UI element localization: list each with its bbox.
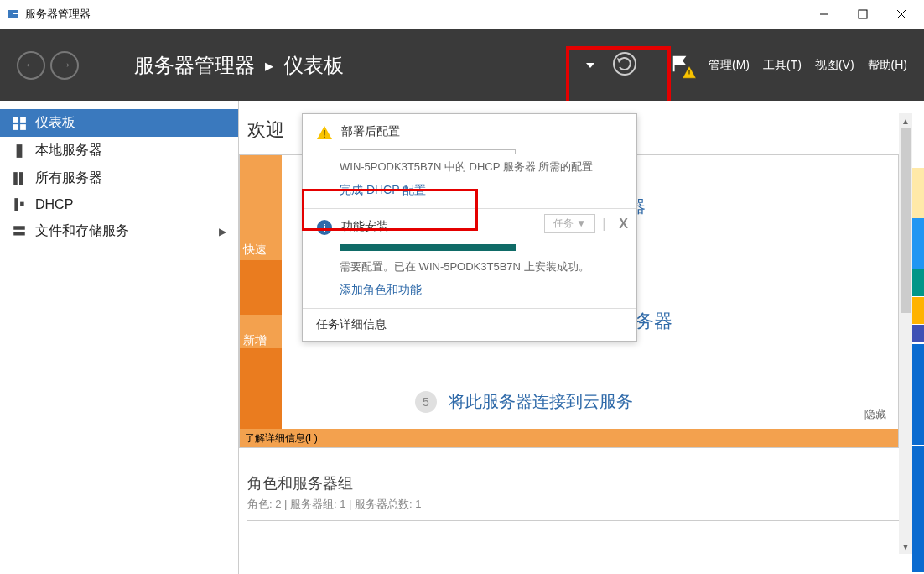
servers-icon: [12, 171, 27, 186]
desktop-tile: [912, 218, 924, 269]
notification-item-1: ! 部署后配置 WIN-5PODK3T5B7N 中的 DHCP 服务器 所需的配…: [303, 114, 636, 209]
learn-more-link[interactable]: 了解详细信息(L): [240, 430, 323, 447]
roles-section: 角色和服务器组 角色: 2 | 服务器组: 1 | 服务器总数: 1: [239, 473, 924, 521]
storage-icon: [12, 224, 27, 239]
svg-rect-0: [8, 10, 13, 18]
notification-title: 功能安装: [341, 219, 388, 234]
quick-label: 快速: [243, 243, 267, 258]
svg-rect-20: [20, 202, 24, 206]
svg-marker-7: [586, 63, 594, 68]
breadcrumb: 服务器管理器 ▸ 仪表板: [134, 52, 344, 79]
window-titlebar: 服务器管理器: [0, 0, 924, 29]
vertical-scrollbar[interactable]: ▲ ▼: [899, 113, 912, 554]
svg-rect-19: [14, 198, 18, 211]
close-notification-button[interactable]: X: [619, 217, 628, 232]
sidebar-item-all-servers[interactable]: 所有服务器: [0, 164, 238, 192]
sidebar-item-local-server[interactable]: 本地服务器: [0, 137, 238, 164]
chevron-right-icon: ▶: [219, 226, 226, 237]
info-icon: i: [316, 219, 333, 239]
divider: [651, 53, 651, 78]
desktop-tile: [912, 325, 924, 342]
sidebar-item-label: 本地服务器: [35, 142, 102, 159]
new-label: 新增: [243, 333, 267, 348]
desktop-tile: [912, 269, 924, 296]
nav-back-button[interactable]: ←: [17, 51, 45, 80]
window-title: 服务器管理器: [25, 7, 91, 22]
sidebar-item-label: DHCP: [35, 197, 73, 212]
menu-manage[interactable]: 管理(M): [709, 58, 750, 73]
header-bar: ← → 服务器管理器 ▸ 仪表板 ! 管理(M) 工具(T) 视图(V) 帮助(…: [0, 29, 924, 101]
breadcrumb-root[interactable]: 服务器管理器: [134, 52, 255, 79]
sidebar-item-dashboard[interactable]: 仪表板: [0, 109, 238, 137]
svg-rect-4: [859, 10, 867, 18]
svg-text:!: !: [323, 128, 325, 140]
notifications-popup: ! 部署后配置 WIN-5PODK3T5B7N 中的 DHCP 服务器 所需的配…: [302, 113, 637, 342]
menu-help[interactable]: 帮助(H): [868, 58, 907, 73]
sidebar-item-dhcp[interactable]: DHCP: [0, 192, 238, 217]
nav-forward-button[interactable]: →: [50, 51, 79, 80]
warning-icon: !: [316, 124, 333, 144]
svg-rect-18: [19, 172, 23, 185]
add-roles-link[interactable]: 添加角色和功能: [340, 283, 422, 298]
svg-rect-15: [20, 124, 26, 130]
dashboard-icon: [12, 116, 27, 131]
server-icon: [12, 144, 27, 159]
roles-subtitle: 角色: 2 | 服务器组: 1 | 服务器总数: 1: [247, 497, 924, 512]
task-details-link[interactable]: 任务详细信息: [303, 309, 636, 341]
task-dropdown-button[interactable]: 任务 ▼: [544, 214, 595, 233]
close-button[interactable]: [895, 8, 907, 20]
svg-rect-21: [13, 226, 25, 230]
svg-point-8: [614, 53, 636, 75]
scroll-up-button[interactable]: ▲: [899, 113, 912, 128]
chevron-right-icon: ▸: [265, 55, 273, 76]
app-icon: [7, 8, 20, 21]
breadcrumb-leaf: 仪表板: [283, 52, 344, 79]
scroll-down-button[interactable]: ▼: [899, 539, 912, 554]
dropdown-button[interactable]: [582, 57, 599, 74]
progress-bar-filled: [340, 244, 516, 251]
sidebar-item-label: 仪表板: [35, 114, 75, 132]
maximize-button[interactable]: [857, 8, 869, 20]
svg-rect-12: [13, 117, 18, 123]
sidebar: 仪表板 本地服务器 所有服务器 DHCP 文件和存储服务 ▶: [0, 101, 239, 574]
notification-title: 部署后配置: [341, 124, 400, 139]
divider: [247, 520, 899, 521]
menu-tools[interactable]: 工具(T): [763, 58, 802, 73]
step-5-row[interactable]: 5 将此服务器连接到云服务: [415, 390, 633, 413]
step-number: 5: [415, 391, 437, 413]
menu-view[interactable]: 视图(V): [815, 58, 854, 73]
sidebar-item-label: 文件和存储服务: [35, 222, 129, 240]
scroll-thumb[interactable]: [901, 128, 911, 313]
notifications-button[interactable]: !: [665, 50, 695, 81]
svg-text:i: i: [323, 222, 326, 234]
svg-rect-16: [17, 144, 23, 158]
refresh-button[interactable]: [612, 51, 637, 80]
desktop-tile: [912, 446, 924, 572]
svg-rect-17: [13, 172, 18, 185]
sidebar-item-label: 所有服务器: [35, 170, 102, 187]
desktop-tile: [912, 168, 924, 218]
svg-rect-14: [13, 124, 18, 130]
svg-text:!: !: [688, 68, 691, 78]
desktop-tile: [912, 344, 924, 445]
svg-rect-13: [20, 117, 26, 123]
progress-bar-empty: [340, 149, 516, 154]
svg-rect-1: [13, 10, 18, 13]
notification-desc: 需要配置。已在 WIN-5PODK3T5B7N 上安装成功。: [340, 259, 623, 274]
hide-link[interactable]: 隐藏: [864, 407, 886, 422]
notification-desc: WIN-5PODK3T5B7N 中的 DHCP 服务器 所需的配置: [340, 159, 623, 175]
dhcp-icon: [12, 197, 27, 212]
svg-rect-22: [13, 232, 25, 236]
minimize-button[interactable]: [818, 8, 830, 20]
sidebar-item-file-storage[interactable]: 文件和存储服务 ▶: [0, 217, 238, 245]
roles-title: 角色和服务器组: [247, 473, 924, 493]
step-text: 将此服务器连接到云服务: [449, 390, 633, 413]
complete-dhcp-link[interactable]: 完成 DHCP 配置: [340, 183, 426, 198]
svg-rect-2: [13, 14, 18, 18]
desktop-tile: [912, 297, 924, 324]
warning-badge-icon: !: [682, 65, 697, 83]
notification-item-2: 任务 ▼ | X i 功能安装 需要配置。已在 WIN-5PODK3T5B7N …: [303, 209, 636, 309]
